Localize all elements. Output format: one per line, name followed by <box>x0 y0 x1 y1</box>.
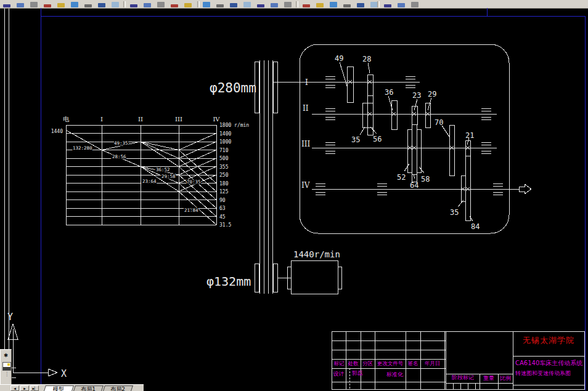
transmission-line <box>141 142 179 150</box>
shaft-roman-numeral: II <box>303 104 309 113</box>
leader-line <box>428 98 431 110</box>
weight-label: 重量 <box>480 376 497 382</box>
ucs-icon <box>8 324 57 377</box>
shaft-column-header: 电 <box>63 116 70 123</box>
gear-ratio-label: 21:84 <box>184 208 198 213</box>
rpm-scale-label: 250 <box>219 172 229 178</box>
gear-rect <box>367 75 373 95</box>
image-tool-icon[interactable] <box>2 362 11 371</box>
revision-header-0: 标记 <box>332 361 346 366</box>
gear-tooth-count-label: 28 <box>362 55 371 63</box>
shaft-column-header: IV <box>213 116 220 123</box>
mini-toolbar[interactable]: ✱ ⋮ <box>0 349 12 386</box>
gear-tooth-count-label: 52 <box>397 173 406 182</box>
gear-tooth-count-label: 29 <box>428 90 436 99</box>
designer-name: 郭磊 <box>348 371 367 377</box>
top-pulley-flange <box>273 62 277 113</box>
gear-tooth-count-label: 35 <box>351 135 360 144</box>
gearbox-housing <box>300 44 509 233</box>
gear-ratio-label: 49:35 <box>114 140 128 146</box>
gear-tooth-count-label: 70 <box>435 118 443 127</box>
layout-tab-布局2[interactable]: 布局2 <box>102 385 133 391</box>
rpm-scale-label: 90 <box>219 198 226 203</box>
gear-tooth-count-label: 64 <box>410 181 419 190</box>
gear-tooth-count-label: 84 <box>471 222 480 231</box>
layout-tab-模型[interactable]: 模型 <box>43 385 74 391</box>
ucs-y-label: Y <box>7 312 13 323</box>
gear-symbols <box>316 62 503 221</box>
scale-label: 比例 <box>499 376 512 382</box>
gear-rect <box>391 100 397 129</box>
bottom-pulley-flange <box>255 264 259 292</box>
rpm-scale-label: 45 <box>219 214 226 220</box>
gear-tooth-count-label: 35 <box>450 208 459 217</box>
shaft-roman-numeral: I <box>305 78 308 87</box>
sheet-edge-lines <box>4 9 9 386</box>
shaft-roman-numeral: III <box>301 140 310 148</box>
gear-tooth-count-label: 21 <box>465 131 474 140</box>
leader-line <box>388 96 393 110</box>
bottom-pulley-label: φ132mm <box>206 274 251 289</box>
output-arrow <box>519 184 531 194</box>
gear-ratio-label: 70:35 <box>187 179 201 185</box>
gear-rects <box>347 67 470 220</box>
gearbox-schematic <box>273 44 531 233</box>
gear-ratio-label: 132:280 <box>73 145 92 151</box>
motor-speed-label: 1440r/min <box>293 249 340 259</box>
rpm-scale-label: 1400 <box>219 131 231 137</box>
rpm-scale-label: 31.5 <box>219 222 231 228</box>
gear-rect <box>465 156 470 220</box>
standardize-label: 标准化 <box>385 372 405 378</box>
tab-nav-next-button[interactable]: ▶▏ <box>30 385 39 391</box>
revision-header-2: 分区 <box>361 361 374 366</box>
layout-tab-label: 布局1 <box>75 386 102 391</box>
leader-line <box>340 62 348 88</box>
rpm-scale-label: 500 <box>219 156 229 161</box>
rpm-scale-label: 63 <box>219 206 226 211</box>
drawing-title-line1: CA6140车床主传动系统 <box>515 360 583 366</box>
layout-tab-布局1[interactable]: 布局1 <box>73 385 104 391</box>
rpm-scale-label: 710 <box>219 148 229 153</box>
paper-frame <box>41 8 585 390</box>
drawing-canvas[interactable]: 电IIIIIIIV14401800 r/min14001000710500355… <box>0 0 588 391</box>
layout-tab-bar[interactable]: ◀▶▶▏模型布局1布局2 <box>0 384 144 391</box>
gear-rect <box>417 129 421 172</box>
gear-rect <box>449 125 454 175</box>
star-tool-icon[interactable]: ✱ <box>2 351 10 359</box>
tab-nav-prev-button[interactable]: ▶ <box>20 385 29 391</box>
ucs-x-label: X <box>61 368 67 379</box>
shaft-column-header: II <box>138 116 143 123</box>
gear-ratio-label: 28:56 <box>112 154 126 159</box>
gear-rect <box>425 103 430 127</box>
rpm-scale-label: 1800 r/min <box>219 123 249 128</box>
rpm-scale-label: 1000 <box>219 139 231 145</box>
leader-line <box>414 99 417 110</box>
school-name: 无锡太湖学院 <box>514 336 583 345</box>
revision-header-5: 年月日 <box>421 361 444 366</box>
shaft-column-header: I <box>100 116 103 123</box>
gear-tooth-count-label: 49 <box>335 54 343 63</box>
leader-line <box>414 175 415 179</box>
gear-tooth-count-label: 36 <box>385 88 393 97</box>
leader-line <box>404 164 409 171</box>
stage-mark-label: 阶段标记 <box>447 375 478 381</box>
layout-tab-label: 模型 <box>45 386 72 391</box>
rpm-scale-label: 355 <box>219 164 229 170</box>
revision-header-3: 更改文件号 <box>375 361 405 366</box>
rpm-scale-label: 125 <box>219 189 229 195</box>
transmission-line <box>141 142 179 167</box>
drawing-title-line2: 转速图和变速传动系图 <box>515 371 583 377</box>
gear-tooth-count-label: 58 <box>421 175 430 183</box>
gear-ratio-label: 29:58 <box>161 174 176 179</box>
cad-viewport[interactable]: 电IIIIIIIV14401800 r/min14001000710500355… <box>0 0 588 391</box>
layout-tab-label: 布局2 <box>104 386 131 391</box>
gear-ratio-label: 36:52 <box>156 167 170 172</box>
bottom-pulley-flange <box>273 264 277 292</box>
gear-ratio-label: 23:64 <box>142 179 157 184</box>
motor-body <box>291 260 338 294</box>
shaft-roman-numeral: IV <box>301 181 310 190</box>
tab-nav-first-button[interactable]: ◀ <box>10 385 19 391</box>
revision-header-4: 签名 <box>406 361 420 366</box>
gear-tooth-count-label: 56 <box>373 135 382 143</box>
top-pulley-label: φ280mm <box>210 81 256 95</box>
